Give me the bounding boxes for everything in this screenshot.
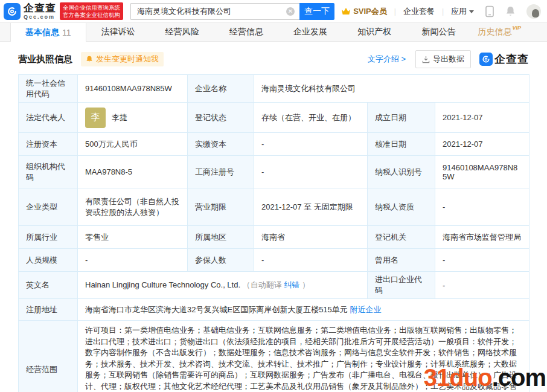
legal-rep-cell: 李 李捷: [78, 103, 188, 133]
legal-rep-avatar[interactable]: 李: [85, 108, 106, 128]
table-row: 法定代表人 李 李捷 登记状态 存续（在营、开业、在册） 成立日期 2021-1…: [19, 103, 529, 133]
tab-news[interactable]: 新闻公告: [406, 23, 470, 41]
bell-icon: [86, 55, 93, 63]
table-row: 统一社会信用代码 91460108MAA978N85W 企业名称 海南灵境文化科…: [19, 75, 529, 103]
enterprise-package-link[interactable]: 企业套餐: [403, 6, 435, 17]
authority-label: 登记机关: [368, 226, 435, 249]
qcc-company-page: 企查查 Qcc.com 全国企业信用查询系统 官方备案企业征信机构 ✕ 查一下 …: [0, 0, 547, 392]
export-data-button[interactable]: 导出数据: [415, 50, 471, 68]
status-label: 登记状态: [188, 103, 254, 133]
company-name-value: 海南灵境文化科技有限公司: [254, 75, 529, 103]
table-row: 注册资本 500万元人民币 实缴资本 - 核准日期 2021-12-07: [19, 133, 529, 156]
business-term-label: 营业期限: [188, 188, 254, 226]
tab-basic-info[interactable]: 基本信息 11: [10, 23, 86, 42]
address-value: 海南省海口市龙华区滨海大道32号复兴城E区国际离岸创新大厦五楼515单元: [85, 305, 348, 314]
reg-no-value: -: [254, 156, 368, 188]
business-scope-label: 经营范围: [19, 321, 78, 392]
vip-badge: VIP: [512, 25, 521, 31]
qcc-swirl-icon: [6, 5, 18, 18]
credit-system-badge: 全国企业信用查询系统 官方备案企业征信机构: [60, 2, 123, 21]
reg-no-label: 工商注册号: [188, 156, 254, 188]
tab-operation[interactable]: 经营信息: [214, 23, 278, 41]
search-button[interactable]: 查一下: [299, 3, 334, 20]
qcc-logo[interactable]: 企查查 Qcc.com: [4, 3, 56, 20]
search-bar: ✕ 查一下: [130, 3, 334, 20]
tab-basic-count: 11: [62, 28, 71, 37]
approval-date-label: 核准日期: [368, 133, 435, 156]
badge-line2: 官方备案企业征信机构: [63, 11, 120, 19]
auto-translate-note: （自动翻译: [243, 280, 282, 289]
insured-label: 参保人数: [188, 249, 254, 272]
tab-legal[interactable]: 法律诉讼: [86, 23, 150, 41]
taxpayer-id-label: 纳税人识别号: [368, 156, 435, 188]
clear-icon[interactable]: ✕: [286, 7, 295, 16]
divider: |: [442, 7, 444, 16]
tab-risk[interactable]: 经营风险: [150, 23, 214, 41]
staff-size-value: -: [78, 249, 188, 272]
est-date-value: 2021-12-07: [435, 103, 529, 133]
area-value: 海南省: [254, 226, 368, 249]
svip-link[interactable]: SVIP会员: [341, 6, 387, 17]
english-name-label: 英文名: [19, 272, 78, 299]
table-row: 组织机构代码 MAA978N8-5 工商注册号 - 纳税人识别号 9146010…: [19, 156, 529, 188]
top-right-nav: SVIP会员 | 企业套餐 | 应用: [341, 4, 541, 19]
nearby-companies-link[interactable]: 附近企业: [350, 305, 381, 314]
credit-code-value: 91460108MAA978N85W: [78, 75, 188, 103]
qcc-logo-icon: [4, 3, 21, 20]
download-icon: [422, 56, 430, 63]
company-name-label: 企业名称: [188, 75, 254, 103]
legal-rep-name[interactable]: 李捷: [112, 112, 127, 123]
top-header: 企查查 Qcc.com 全国企业信用查询系统 官方备案企业征信机构 ✕ 查一下 …: [0, 0, 547, 22]
industry-label: 所属行业: [19, 226, 78, 249]
notify-on-change-button[interactable]: 发生变更时通知我: [81, 52, 164, 66]
import-export-label: 进出口企业代码: [368, 272, 435, 299]
paid-capital-label: 实缴资本: [188, 133, 254, 156]
avatar-image: [526, 4, 541, 19]
org-code-label: 组织机构代码: [19, 156, 78, 188]
english-name-value: Hainan Lingjing Culture Technology Co., …: [85, 280, 240, 289]
qcc-logo-text: 企查查 Qcc.com: [24, 3, 56, 20]
notification-bell-icon[interactable]: [505, 5, 516, 17]
export-label: 导出数据: [433, 54, 464, 65]
table-row: 人员规模 - 参保人数 - 曾用名 -: [19, 249, 529, 272]
section-title: 营业执照信息: [18, 54, 72, 65]
mobile-app-icon[interactable]: [485, 5, 494, 18]
tab-development[interactable]: 企业发展: [278, 23, 342, 41]
former-name-label: 曾用名: [368, 249, 435, 272]
correct-error-link[interactable]: 纠错: [284, 280, 299, 289]
svip-label: SVIP会员: [353, 6, 387, 17]
legal-rep-label: 法定代表人: [19, 103, 78, 133]
org-code-value: MAA978N8-5: [78, 156, 188, 188]
reg-capital-value: 500万元人民币: [78, 133, 188, 156]
authority-value: 海南省市场监督管理局: [435, 226, 529, 249]
notify-label: 发生变更时通知我: [96, 54, 159, 65]
section-actions: 文字介绍 > 导出数据 企查查: [368, 50, 529, 68]
watermark-tld: .com: [492, 364, 546, 391]
apps-label: 应用: [451, 7, 467, 16]
chevron-down-icon: [469, 10, 474, 13]
english-name-cell: Hainan Lingjing Culture Technology Co., …: [78, 272, 368, 299]
table-row: 企业类型 有限责任公司（非自然人投资或控股的法人独资） 营业期限 2021-12…: [19, 188, 529, 226]
brand-name: 企查查: [24, 3, 56, 13]
address-cell: 海南省海口市龙华区滨海大道32号复兴城E区国际离岸创新大厦五楼515单元 附近企…: [78, 299, 529, 321]
former-name-value: -: [435, 249, 529, 272]
tab-basic-label: 基本信息: [25, 27, 59, 38]
qcc-stamp-icon: [479, 53, 493, 66]
user-avatar[interactable]: [526, 4, 541, 19]
industry-value: 零售业: [78, 226, 188, 249]
text-intro-link[interactable]: 文字介绍 >: [368, 54, 406, 65]
paid-capital-value: -: [254, 133, 368, 156]
credit-code-label: 统一社会信用代码: [19, 75, 78, 103]
apps-menu[interactable]: 应用: [451, 6, 474, 17]
company-type-value: 有限责任公司（非自然人投资或控股的法人独资）: [78, 188, 188, 226]
tab-ip[interactable]: 知识产权: [342, 23, 406, 41]
area-label: 所属地区: [188, 226, 254, 249]
approval-date-value: 2021-12-07: [435, 133, 529, 156]
tab-history-label: 历史信息: [478, 27, 511, 37]
table-row: 注册地址 海南省海口市龙华区滨海大道32号复兴城E区国际离岸创新大厦五楼515单…: [19, 299, 529, 321]
search-input[interactable]: [130, 3, 299, 20]
site-watermark: 31duo.com: [424, 365, 546, 390]
crown-icon: [341, 7, 351, 15]
tab-history[interactable]: 历史信息 VIP: [470, 23, 531, 41]
import-export-value: -: [435, 272, 529, 299]
